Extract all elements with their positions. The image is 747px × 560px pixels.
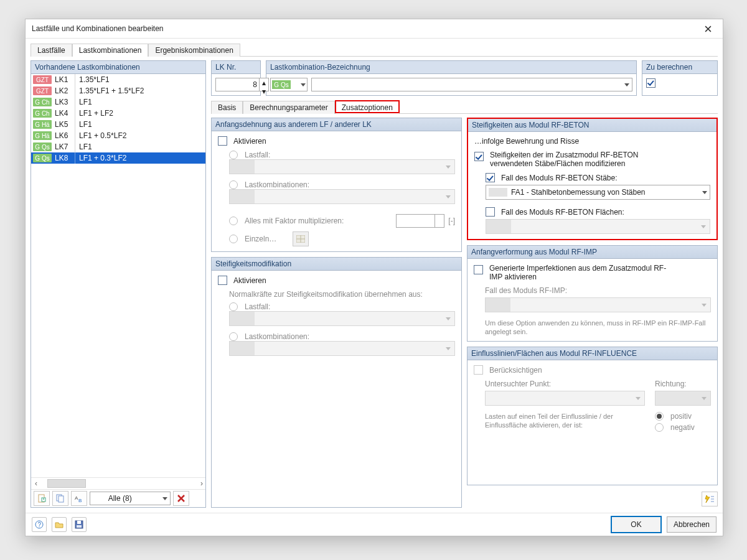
rfbeton-flaechen-label: Fall des Moduls RF-BETON Flächen: [501,208,624,217]
rfinf-richtung-label: Richtung: [655,380,711,388]
lk-hscroll[interactable]: ‹› [31,477,205,489]
chevron-down-icon [624,83,629,86]
rfbeton-flaechen-combo [486,219,710,234]
ok-button[interactable]: OK [611,516,662,533]
tab-ergebniskombinationen[interactable]: Ergebniskombinationen [148,44,240,57]
lk-row[interactable]: GZTLK21.35*LF1 + 1.5*LF2 [31,85,205,96]
rfbeton-staebe-label: Fall des Moduls RF-BETON Stäbe: [501,174,618,182]
copy-icon [56,494,65,503]
lk-desc: LF1 [75,98,205,106]
rfinf-richtung-combo [655,391,711,406]
steifmod-radio-lastkomb [229,332,238,341]
help-icon: ? [35,520,44,529]
lk-type-combo[interactable]: G Qs [270,78,308,91]
lk-id: LK1 [54,75,75,84]
rfinf-punkt-label: Untersuchter Punkt: [485,380,645,388]
help-button[interactable]: ? [32,517,47,532]
anfang-aktivieren-checkbox[interactable] [218,136,227,146]
zu-berechnen-title: Zu berechnen [642,61,717,74]
rfimp-title: Anfangverformung aus Modul RF-IMP [467,246,717,259]
radio-einzeln-label: Einzeln… [245,235,276,243]
lk-desc: 1.35*LF1 [75,75,205,84]
steifmod-lastkomb-label: Lastkombinationen: [245,332,309,341]
radio-einzeln [229,235,238,243]
open-folder-button[interactable] [52,517,67,532]
lk-id: LK6 [54,131,75,140]
rfbeton-title: Steifigkeiten aus Modul RF-BETON [468,119,716,132]
lk-tag: G Qs [33,142,52,151]
lk-tag: G Qs [33,154,52,162]
lk-row[interactable]: G QsLK7LF1 [31,141,205,152]
delete-icon [177,494,186,503]
subtab-zusatzoptionen[interactable]: Zusatzoptionen [335,101,400,114]
lk-filter-combo[interactable]: Alle (8) [90,492,171,505]
rfbeton-modify-label: Steifigkeiten der im Zusatzmodul RF-BETO… [490,151,677,168]
svg-text:B: B [78,498,82,503]
anfangsdehnung-group: Anfangsdehnung aus anderem LF / anderer … [211,118,462,252]
titlebar: Lastfälle und Kombinationen bearbeiten [26,19,723,39]
anfang-aktivieren-label: Aktivieren [233,137,266,146]
lk-tag: GZT [33,86,52,95]
save-icon [75,520,83,529]
lk-filter-label: Alle (8) [108,494,132,503]
dialog-footer: ? OK Abbrechen [26,513,723,536]
zu-berechnen-checkbox[interactable] [646,78,655,88]
rfbeton-modify-checkbox[interactable] [474,152,484,161]
spinner-icon[interactable]: ▴▾ [259,78,268,91]
lk-bez-title: Lastkombination-Bezeichnung [266,61,636,74]
lk-type-tag: G Qs [272,80,291,89]
new-lk-button[interactable] [34,491,50,506]
lk-row[interactable]: G HäLK6LF1 + 0.5*LF2 [31,130,205,141]
tab-lastfaelle[interactable]: Lastfälle [31,44,72,57]
copy-lk-button[interactable] [52,491,68,506]
subtab-berechnungsparameter[interactable]: Berechnungsparameter [243,101,334,114]
radio-lastkomb [229,180,238,189]
lk-name-combo[interactable] [311,78,632,91]
steifmod-hint: Normalkräfte zur Steifigkeitsmodifikatio… [229,290,455,299]
rfinfluence-title: Einflusslinien/Flächen aus Modul RF-INFL… [467,347,717,360]
steifmod-lastfall-combo [229,311,455,326]
lk-toolbar: AB Alle (8) [31,489,205,507]
dialog-window: Lastfälle und Kombinationen bearbeiten L… [25,19,723,536]
main-tabs: Lastfälle Lastkombinationen Ergebniskomb… [31,42,718,57]
radio-faktor [229,217,238,225]
delete-lk-button[interactable] [173,491,189,506]
lk-row[interactable]: GZTLK11.35*LF1 [31,74,205,85]
rfinf-ber-checkbox [474,365,483,375]
subtab-basis[interactable]: Basis [211,101,243,114]
lk-tag: G Hä [33,120,52,129]
chevron-down-icon [702,191,707,194]
lk-row[interactable]: G ChLK4LF1 + LF2 [31,108,205,119]
rfimp-hint: Um diese Option anwenden zu können, muss… [485,319,711,336]
lk-nr-value: 8 [253,80,257,89]
save-button[interactable] [72,517,87,532]
cancel-button[interactable]: Abbrechen [667,516,716,533]
lk-desc: LF1 + 0.3*LF2 [75,154,205,162]
rfbeton-staebe-checkbox[interactable] [486,173,495,182]
lk-list-title: Vorhandene Lastkombinationen [31,61,205,74]
rfimp-group: Anfangverformung aus Modul RF-IMP Generi… [467,245,718,342]
rfbeton-staebe-combo[interactable]: FA1 - Stahlbetonbemessung von Stäben [486,185,710,200]
lk-row[interactable]: G ChLK3LF1 [31,96,205,108]
steifmod-aktivieren-checkbox[interactable] [218,276,227,285]
lk-tag: G Hä [33,131,52,140]
lk-nr-title: LK Nr. [212,61,260,74]
lk-row[interactable]: G HäLK5LF1 [31,119,205,130]
rfbeton-staebe-value: FA1 - Stahlbetonbemessung von Stäben [511,188,645,197]
renumber-lk-button[interactable]: AB [71,491,87,506]
lk-list[interactable]: GZTLK11.35*LF1GZTLK21.35*LF1 + 1.5*LF2G … [31,74,205,477]
radio-faktor-label: Alles mit Faktor multiplizieren: [245,217,344,225]
lk-desc: LF1 [75,142,205,151]
rfbeton-flaechen-checkbox[interactable] [486,207,495,217]
folder-open-icon [55,520,63,529]
steifmod-radio-lastfall [229,302,238,311]
close-button[interactable] [699,22,716,35]
lk-row[interactable]: G QsLK8LF1 + 0.3*LF2 [31,152,205,164]
lk-id: LK4 [54,109,75,118]
details-button[interactable] [702,492,718,506]
close-icon [705,26,712,32]
tab-lastkombinationen[interactable]: Lastkombinationen [72,44,149,57]
lk-nr-field[interactable]: 8 ▴▾ [215,78,269,91]
radio-lastkomb-label: Lastkombinationen: [245,180,309,189]
rfimp-aktivieren-checkbox[interactable] [474,265,483,274]
